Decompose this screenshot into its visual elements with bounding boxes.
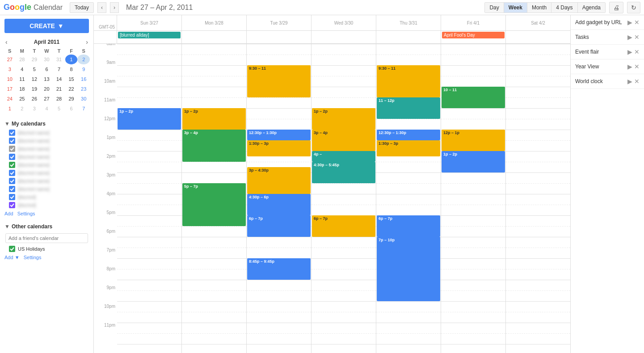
gadget-close-icon[interactable]: ✕ (634, 19, 640, 26)
calendar-event[interactable]: 9:30 – 11 (377, 65, 440, 97)
allday-cell[interactable]: April Fool's Day (441, 31, 506, 43)
mini-cal-day[interactable]: 5 (53, 104, 65, 113)
my-calendars-header[interactable]: ▼ My calendars (2, 119, 92, 129)
calendar-event[interactable]: 7p – 10p (377, 237, 440, 301)
view-agenda[interactable]: Agenda (578, 3, 605, 13)
create-button[interactable]: CREATE ▼ (4, 19, 89, 33)
my-calendar-item[interactable]: [blurred name] (2, 145, 92, 153)
mini-cal-day[interactable]: 24 (4, 94, 16, 104)
calendar-event[interactable]: 1p – 2p (442, 151, 505, 172)
my-cal-settings-link[interactable]: Settings (17, 211, 35, 216)
day-header-cell[interactable]: Wed 3/30 (311, 15, 376, 30)
gadget-item[interactable]: Tasks▶✕ (571, 30, 644, 45)
allday-cell[interactable] (376, 31, 441, 43)
day-header-cell[interactable]: Sun 3/27 (117, 15, 182, 30)
mini-cal-day[interactable]: 9 (77, 64, 90, 74)
calendar-event[interactable]: 3p – 4p (182, 130, 246, 162)
add-friend-input[interactable] (5, 233, 88, 243)
mini-cal-day[interactable]: 28 (16, 55, 29, 64)
calendar-event[interactable]: 11 – 12p (377, 97, 440, 119)
calendar-event[interactable]: 1p – 2p (312, 108, 375, 130)
gadget-close-icon[interactable]: ✕ (634, 63, 640, 70)
calendar-event[interactable]: 4p – (312, 151, 375, 162)
gadget-close-icon[interactable]: ✕ (634, 48, 640, 55)
calendar-checkbox[interactable] (9, 146, 15, 152)
calendar-event[interactable]: 12p – 1p (442, 130, 505, 151)
mini-cal-day[interactable]: 11 (16, 74, 29, 84)
my-calendar-item[interactable]: [blurred name] (2, 177, 92, 185)
view-month[interactable]: Month (527, 3, 551, 13)
calendar-event[interactable]: 1:30p – 3p (377, 140, 440, 156)
print-button[interactable]: 🖨 (609, 2, 623, 13)
calendar-event[interactable]: 10 – 11 (442, 87, 505, 108)
gadget-close-icon[interactable]: ✕ (634, 34, 640, 41)
allday-cell[interactable]: [blurred allday] (117, 31, 182, 43)
mini-cal-day[interactable]: 17 (4, 84, 16, 94)
mini-cal-day[interactable]: 6 (65, 104, 78, 113)
calendar-checkbox[interactable] (9, 186, 15, 192)
calendar-event[interactable]: 6p – 7p (312, 215, 375, 237)
mini-cal-day[interactable]: 1 (4, 104, 16, 113)
mini-cal-day[interactable]: 19 (28, 84, 41, 94)
other-cal-add-link[interactable]: Add ▼ (4, 255, 20, 260)
allday-cell[interactable] (311, 31, 376, 43)
calendar-checkbox[interactable] (9, 154, 15, 160)
mini-cal-day[interactable]: 2 (77, 55, 90, 64)
mini-cal-day[interactable]: 8 (65, 64, 78, 74)
calendar-event[interactable]: 1p – 2p (118, 108, 181, 130)
mini-cal-day[interactable]: 2 (16, 104, 29, 113)
mini-cal-day[interactable]: 30 (41, 55, 53, 64)
calendar-event[interactable]: 4:30p – 5:45p (312, 162, 375, 183)
mini-cal-day[interactable]: 3 (28, 104, 41, 113)
calendar-event[interactable]: 6p – 7p (377, 215, 440, 237)
mini-cal-prev[interactable]: ‹ (4, 38, 9, 46)
gadget-item[interactable]: World clock▶✕ (571, 74, 644, 89)
mini-cal-day[interactable]: 15 (65, 74, 78, 84)
mini-cal-day[interactable]: 4 (16, 64, 29, 74)
other-calendar-item[interactable]: US Holidays (2, 245, 92, 253)
my-calendar-item[interactable]: [blurred] (2, 193, 92, 201)
gadget-expand-icon[interactable]: ▶ (627, 78, 632, 85)
allday-event[interactable]: [blurred allday] (118, 32, 181, 38)
gadget-close-icon[interactable]: ✕ (634, 78, 640, 85)
gadget-item[interactable]: Add gadget by URL▶✕ (571, 15, 644, 30)
mini-cal-day[interactable]: 18 (16, 84, 29, 94)
day-header-cell[interactable]: Thu 3/31 (376, 15, 441, 30)
my-calendar-item[interactable]: [blurred name] (2, 169, 92, 177)
mini-cal-day[interactable]: 4 (41, 104, 53, 113)
mini-cal-day[interactable]: 6 (41, 64, 53, 74)
mini-cal-day[interactable]: 28 (53, 94, 65, 104)
calendar-event[interactable]: 6p – 7p (247, 215, 311, 237)
prev-button[interactable]: ‹ (97, 2, 106, 13)
calendar-event[interactable]: 12:30p – 1:30p (377, 130, 440, 140)
calendar-event[interactable]: 4:30p – 6p (247, 194, 311, 215)
allday-cell[interactable] (506, 31, 570, 43)
mini-cal-day[interactable]: 21 (53, 84, 65, 94)
refresh-button[interactable]: ↻ (627, 2, 640, 13)
calendar-event[interactable]: 12:30p – 1:30p (247, 130, 311, 140)
gadget-expand-icon[interactable]: ▶ (627, 34, 632, 41)
allday-cell[interactable] (247, 31, 311, 43)
calendar-checkbox[interactable] (9, 194, 15, 200)
mini-cal-day[interactable]: 20 (41, 84, 53, 94)
calendar-checkbox[interactable] (9, 246, 15, 252)
view-day[interactable]: Day (485, 3, 504, 13)
gadget-expand-icon[interactable]: ▶ (627, 48, 632, 55)
calendar-checkbox[interactable] (9, 202, 15, 208)
my-calendar-item[interactable]: [blurred name] (2, 137, 92, 145)
calendar-event[interactable]: 3p – 4:30p (247, 167, 311, 194)
today-button[interactable]: Today (70, 2, 94, 13)
my-calendar-item[interactable]: [blurred name] (2, 161, 92, 169)
calendar-checkbox[interactable] (9, 162, 15, 168)
other-calendars-header[interactable]: ▼ Other calendars (2, 222, 92, 231)
mini-cal-day[interactable]: 5 (28, 64, 41, 74)
mini-cal-day[interactable]: 27 (4, 55, 16, 64)
view-4days[interactable]: 4 Days (551, 3, 577, 13)
mini-cal-day[interactable]: 1 (65, 55, 78, 64)
calendar-checkbox[interactable] (9, 178, 15, 184)
mini-cal-day[interactable]: 12 (28, 74, 41, 84)
time-grid-wrapper[interactable]: 8am9am10am11am12pm1pm2pm3pm4pm5pm6pm7pm8… (94, 44, 570, 353)
my-calendar-item[interactable]: [blurred] (2, 201, 92, 209)
calendar-event[interactable]: 8:45p – 9:45p (247, 258, 311, 280)
mini-cal-title[interactable]: April 2011 (34, 39, 59, 45)
